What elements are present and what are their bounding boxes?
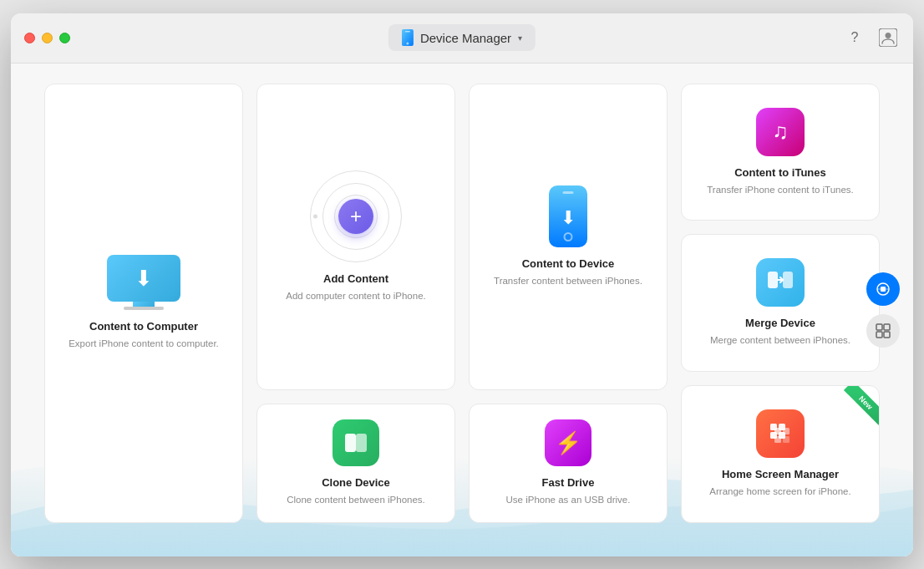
- content-to-computer-card-icon: ⬇: [107, 255, 180, 310]
- bottom-side-button[interactable]: [866, 314, 900, 348]
- add-content-card-desc: Add computer content to iPhone.: [286, 289, 426, 302]
- content-to-device-card-icon: ⬇: [549, 185, 587, 247]
- svg-rect-7: [783, 272, 793, 288]
- device-manager-label: Device Manager: [420, 31, 511, 45]
- home-screen-manager-card-icon: [756, 409, 805, 458]
- svg-rect-19: [884, 324, 890, 330]
- minimize-button[interactable]: [42, 33, 53, 43]
- titlebar-center: Device Manager ▾: [388, 24, 536, 51]
- add-content-card[interactable]: + Add ContentAdd computer content to iPh…: [256, 84, 455, 391]
- content-to-computer-card-desc: Export iPhone content to computer.: [69, 337, 219, 350]
- home-screen-manager-card[interactable]: New Home Screen ManagerArrange home scre…: [681, 385, 880, 523]
- add-content-card-title: Add Content: [323, 272, 388, 285]
- clone-device-card[interactable]: Clone DeviceClone content between iPhone…: [256, 404, 455, 522]
- card-grid: ⬇ Content to ComputerExport iPhone conte…: [44, 84, 880, 523]
- maximize-button[interactable]: [59, 33, 70, 43]
- titlebar-right: ?: [843, 26, 900, 49]
- content-to-itunes-card-icon: ♫: [756, 108, 805, 156]
- content-to-itunes-card-title: Content to iTunes: [734, 166, 826, 179]
- fast-drive-card-title: Fast Drive: [542, 476, 595, 489]
- clone-device-card-desc: Clone content between iPhones.: [287, 493, 425, 506]
- profile-button[interactable]: [876, 26, 900, 49]
- content-to-itunes-card[interactable]: ♫ Content to iTunesTransfer iPhone conte…: [681, 84, 880, 221]
- add-content-card-icon: +: [310, 170, 402, 262]
- main-content: ⬇ Content to ComputerExport iPhone conte…: [11, 64, 913, 556]
- phone-icon: [402, 29, 414, 46]
- fast-drive-card-icon: ⚡: [545, 419, 591, 466]
- svg-point-2: [406, 43, 409, 45]
- svg-rect-13: [783, 428, 789, 434]
- traffic-lights: [24, 33, 70, 43]
- home-screen-manager-card-title: Home Screen Manager: [722, 468, 839, 480]
- device-manager-button[interactable]: Device Manager ▾: [388, 24, 536, 51]
- svg-rect-14: [774, 436, 781, 443]
- close-button[interactable]: [24, 33, 35, 43]
- content-to-computer-card-title: Content to Computer: [89, 320, 198, 333]
- fast-drive-card-desc: Use iPhone as an USB drive.: [506, 493, 631, 506]
- svg-rect-18: [876, 324, 882, 330]
- clone-device-card-title: Clone Device: [322, 476, 390, 489]
- person-icon: [879, 28, 897, 47]
- clone-device-card-icon: [333, 419, 379, 466]
- svg-rect-12: [774, 428, 781, 434]
- content-to-device-card[interactable]: ⬇ Content to DeviceTransfer content betw…: [469, 84, 668, 391]
- svg-rect-15: [783, 436, 789, 443]
- content-to-computer-card[interactable]: ⬇ Content to ComputerExport iPhone conte…: [44, 84, 243, 523]
- content-to-device-card-desc: Transfer content between iPhones.: [494, 274, 642, 287]
- merge-device-card[interactable]: Merge DeviceMerge content between iPhone…: [681, 234, 880, 372]
- side-buttons: [866, 272, 900, 348]
- titlebar: Device Manager ▾ ?: [11, 13, 913, 64]
- chevron-down-icon: ▾: [518, 33, 522, 43]
- top-side-button[interactable]: [866, 272, 900, 306]
- merge-device-card-icon: [756, 258, 805, 307]
- main-window: Device Manager ▾ ?: [11, 13, 913, 556]
- new-badge: New: [829, 386, 879, 436]
- svg-rect-4: [345, 434, 356, 452]
- svg-rect-1: [405, 31, 410, 33]
- svg-rect-5: [356, 434, 367, 452]
- fast-drive-card[interactable]: ⚡ Fast DriveUse iPhone as an USB drive.: [469, 404, 668, 522]
- home-screen-manager-card-desc: Arrange home screen for iPhone.: [709, 485, 850, 498]
- help-button[interactable]: ?: [843, 26, 866, 49]
- svg-rect-21: [884, 332, 890, 338]
- merge-device-card-desc: Merge content between iPhones.: [710, 333, 850, 347]
- svg-rect-20: [876, 332, 882, 338]
- content-to-itunes-card-desc: Transfer iPhone content to iTunes.: [707, 183, 854, 196]
- content-to-device-card-title: Content to Device: [522, 257, 615, 270]
- merge-device-card-title: Merge Device: [745, 317, 815, 329]
- svg-rect-6: [768, 272, 778, 288]
